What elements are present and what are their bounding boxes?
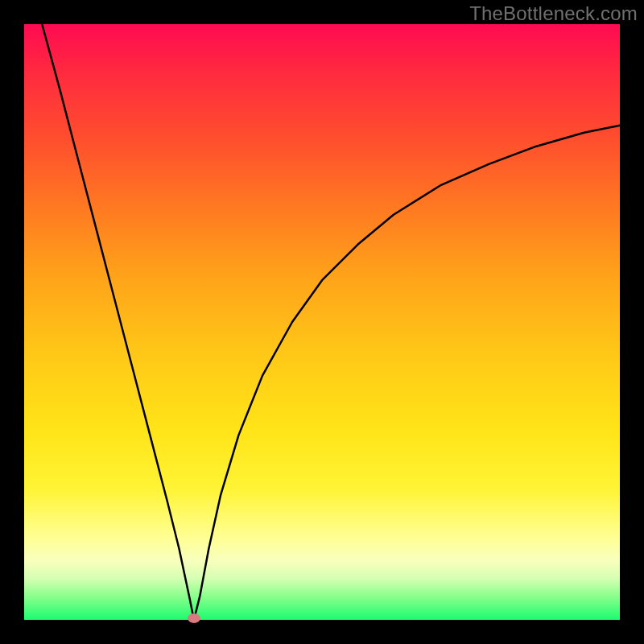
curve-layer: [24, 24, 620, 620]
optimal-point-marker: [188, 613, 200, 623]
plot-area: [24, 24, 620, 620]
bottleneck-curve: [42, 24, 620, 620]
watermark-text: TheBottleneck.com: [469, 2, 638, 25]
chart-container: TheBottleneck.com: [0, 0, 644, 644]
